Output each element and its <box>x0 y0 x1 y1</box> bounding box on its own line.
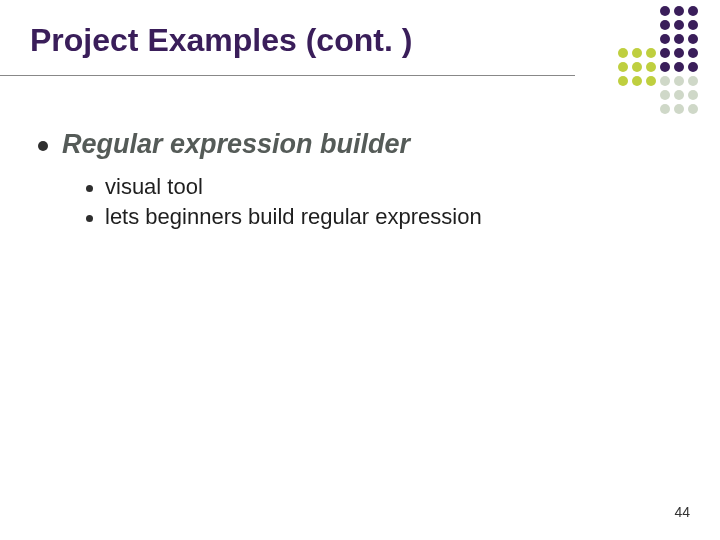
level2-text: lets beginners build regular expression <box>105 204 482 230</box>
bullet-icon <box>86 185 93 192</box>
level2-text: visual tool <box>105 174 203 200</box>
bullet-icon <box>86 215 93 222</box>
level1-text: Regular expression builder <box>62 129 410 160</box>
bullet-icon <box>38 141 48 151</box>
slide-content: Regular expression builder visual tool l… <box>30 129 690 230</box>
title-underline <box>0 75 575 76</box>
list-item-level2: lets beginners build regular expression <box>86 204 690 230</box>
corner-decoration <box>618 6 698 114</box>
slide-title: Project Examples (cont. ) <box>30 22 690 69</box>
list-item-level2: visual tool <box>86 174 690 200</box>
page-number: 44 <box>674 504 690 520</box>
level2-group: visual tool lets beginners build regular… <box>38 174 690 230</box>
list-item-level1: Regular expression builder <box>38 129 690 160</box>
slide: Project Examples (cont. ) Regular expres… <box>0 0 720 540</box>
